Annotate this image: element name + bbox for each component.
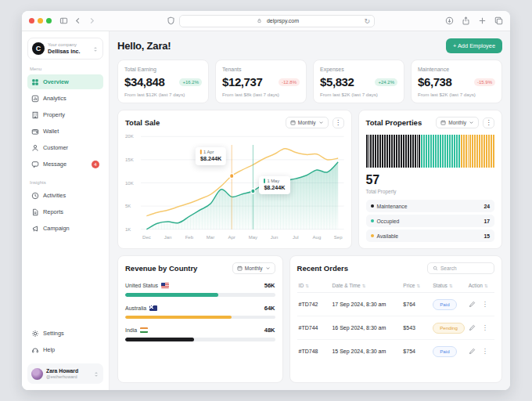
order-actions: ⋮	[467, 316, 494, 340]
sidebar-item-settings[interactable]: Settings	[27, 326, 103, 341]
in-flag-icon	[140, 327, 148, 333]
stat-label: Total Earning	[124, 67, 202, 72]
sidebar-item-wallet[interactable]: Wallet	[27, 124, 103, 139]
country-name: Australia	[125, 305, 146, 311]
orders-search-input[interactable]	[440, 266, 489, 271]
barcode-stripe-maintenance	[394, 135, 395, 168]
stat-card-tenants: Tenants$12,737-12.8%From last $8k (last …	[215, 60, 307, 103]
x-tick-label: Sep	[334, 235, 343, 240]
total-properties-title: Total Properties	[366, 118, 422, 127]
stat-subtext: From last $12K (last 7 days)	[124, 92, 202, 97]
row-menu-icon[interactable]: ⋮	[482, 324, 488, 331]
total-sale-panel: Total Sale Monthly ⋮ 20K15K10K5K1K	[117, 110, 352, 249]
total-properties-panel: Total Properties Monthly ⋮ 57 Total Prop…	[358, 110, 502, 249]
barcode-stripe-maintenance	[398, 135, 400, 168]
minimize-window-button[interactable]	[38, 18, 43, 23]
barcode-stripe-maintenance	[386, 135, 388, 168]
tooltip-date: 1 May	[267, 179, 279, 183]
insights-section-label: Insights	[30, 180, 101, 185]
x-tick-label: May	[249, 235, 257, 240]
footer-menu: SettingsHelp	[27, 326, 103, 359]
stat-value: $34,848	[124, 75, 164, 89]
sidebar-item-reports[interactable]: Reports	[27, 204, 103, 219]
barcode-stripe-maintenance	[410, 135, 412, 168]
row-menu-icon[interactable]: ⋮	[482, 301, 488, 308]
x-tick-label: Dec	[142, 235, 151, 240]
edit-icon[interactable]	[469, 301, 476, 309]
action-cell: ⋮	[469, 324, 493, 332]
new-tab-icon[interactable]	[477, 16, 487, 26]
country-revenue-value: 56K	[264, 282, 275, 289]
total-properties-menu-button[interactable]: ⋮	[483, 117, 494, 128]
sidebar-item-analytics[interactable]: Analytics	[27, 91, 103, 106]
barcode-stripe-occupied	[426, 135, 427, 168]
column-header-status[interactable]: Status⇅	[431, 279, 466, 293]
page-title: Hello, Zara!	[117, 40, 171, 52]
order-price: $754	[401, 340, 431, 363]
share-icon[interactable]	[461, 16, 470, 26]
sort-icon: ⇅	[362, 284, 366, 288]
table-row: #TD74416 Sep 2024, 8:30 am$543Pending⋮	[297, 316, 494, 340]
column-header-action[interactable]: Action⇅	[467, 279, 494, 293]
recent-orders-title: Recent Orders	[297, 264, 348, 273]
download-icon[interactable]	[444, 16, 454, 26]
back-button[interactable]	[73, 16, 82, 26]
revenue-title: Revenue by Country	[125, 264, 197, 273]
sidebar-item-message[interactable]: Message4	[27, 157, 103, 172]
sidebar-toggle-icon[interactable]	[59, 16, 68, 26]
barcode-stripe-occupied	[433, 135, 434, 168]
country-name: United Status	[125, 283, 158, 288]
add-employee-button[interactable]: + Add Employee	[446, 38, 502, 53]
zoom-window-button[interactable]	[46, 18, 52, 23]
sidebar-item-help[interactable]: Help	[27, 342, 103, 357]
x-tick-label: Aug	[313, 235, 322, 240]
forward-button[interactable]	[87, 16, 96, 26]
x-tick-label: Jun	[271, 235, 279, 240]
edit-icon[interactable]	[469, 324, 476, 332]
barcode-stripe-maintenance	[391, 135, 393, 168]
tabs-overview-icon[interactable]	[494, 16, 503, 26]
column-header-price[interactable]: Price⇅	[401, 279, 431, 293]
barcode-stripe-maintenance	[408, 135, 409, 168]
revenue-filter-dropdown[interactable]: Monthly	[232, 262, 275, 274]
sidebar-item-activities[interactable]: Activities	[27, 188, 103, 203]
reload-icon[interactable]: ↻	[364, 17, 370, 26]
barcode-stripe-maintenance	[396, 135, 397, 168]
action-cell: ⋮	[469, 348, 493, 356]
sidebar-item-customer[interactable]: Customer	[27, 140, 103, 155]
barcode-stripe-occupied	[458, 135, 460, 168]
address-bar[interactable]: delprspy.com ↻	[179, 15, 375, 27]
row-menu-icon[interactable]: ⋮	[482, 348, 488, 355]
stat-value-row: $12,737-12.8%	[222, 75, 300, 89]
stat-value: $12,737	[222, 75, 262, 89]
sort-icon: ⇅	[305, 284, 309, 288]
stat-subtext: From last $8k (last 7 days)	[222, 92, 300, 97]
stat-delta-badge: -15.9%	[474, 78, 495, 86]
sidebar-item-property[interactable]: Property	[27, 107, 103, 122]
edit-icon[interactable]	[469, 348, 476, 356]
stat-value-row: $5,832+24.2%	[320, 75, 397, 89]
barcode-stripe-available	[488, 135, 490, 168]
user-menu[interactable]: Zara Howard @estherhoward	[27, 363, 103, 384]
total-properties-filter-dropdown[interactable]: Monthly	[436, 117, 479, 128]
sidebar-item-campaign[interactable]: Campaign	[27, 221, 103, 236]
total-sale-menu-button[interactable]: ⋮	[332, 117, 344, 128]
orders-search[interactable]	[427, 262, 494, 274]
total-sale-filter-dropdown[interactable]: Monthly	[286, 117, 329, 128]
window-controls	[29, 18, 52, 23]
legend-dot	[371, 219, 374, 222]
sidebar-item-overview[interactable]: Overview	[27, 74, 103, 89]
stat-subtext: From last $2K (last 7 days)	[418, 92, 495, 97]
country-revenue-value: 48K	[264, 327, 275, 334]
barcode-stripe-maintenance	[417, 135, 419, 168]
column-header-id[interactable]: ID⇅	[297, 279, 331, 293]
barcode-stripe-occupied	[444, 135, 446, 168]
sidebar-item-label: Reports	[43, 208, 63, 215]
close-window-button[interactable]	[29, 18, 34, 23]
company-switcher[interactable]: C Your company Dellisas inc.	[27, 38, 103, 60]
order-status-cell: Pending	[431, 316, 466, 340]
column-header-date-time[interactable]: Date & Time⇅	[330, 279, 401, 293]
barcode-stripe-maintenance	[403, 135, 404, 168]
revenue-row-united-status: United Status56K	[125, 282, 275, 297]
analytics-icon	[31, 95, 39, 103]
